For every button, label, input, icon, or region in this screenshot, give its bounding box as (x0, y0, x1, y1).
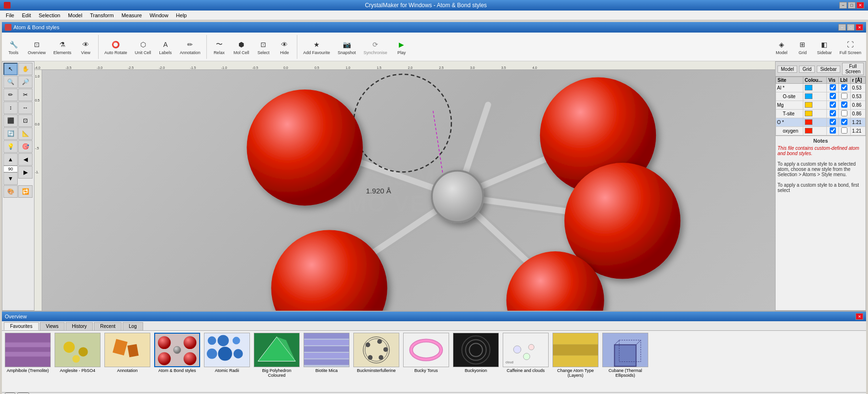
overview-close-button[interactable]: ✕ (856, 313, 863, 320)
arrow-left[interactable]: ◀ (18, 153, 33, 166)
thumbnail-item[interactable]: Biotite Mica (303, 333, 350, 390)
menu-measure[interactable]: Measure (118, 11, 146, 19)
fullscreen-rpanel-btn[interactable]: Full Screen (842, 63, 864, 75)
tool-pencil[interactable]: ✏ (3, 89, 18, 101)
thumbnail-item[interactable]: Anglesite - PbSO4 (54, 333, 101, 390)
toolbar-mol-cell[interactable]: ⬢ Mol Cell (231, 38, 252, 56)
lbl-cell[interactable] (838, 110, 850, 118)
lbl-checkbox[interactable] (841, 84, 847, 90)
toolbar-select[interactable]: ⊡ Select (254, 38, 273, 56)
sidebar-rpanel-btn[interactable]: Sidebar (817, 66, 840, 73)
color-cell[interactable] (803, 127, 826, 135)
color-cell[interactable] (803, 110, 826, 118)
rotate-down[interactable]: ▼ (3, 172, 18, 185)
tool-light[interactable]: 💡 (3, 140, 18, 153)
toolbar-snapshot[interactable]: 📷 Snapshot (335, 38, 359, 56)
table-row[interactable]: T-site0.86 (776, 110, 866, 118)
color-cell[interactable] (803, 118, 826, 127)
inner-maximize-button[interactable]: □ (847, 24, 855, 31)
toolbar-grid[interactable]: ⊞ Grid (793, 38, 812, 56)
toolbar-sidebar[interactable]: ◧ Sidebar (814, 38, 834, 56)
vis-cell[interactable] (827, 101, 839, 110)
thumbnail-item[interactable]: Buckyonion (452, 333, 500, 390)
toolbar-labels[interactable]: A Labels (156, 38, 175, 56)
lbl-cell[interactable] (838, 84, 850, 92)
tool-zoom-out[interactable]: 🔎 (18, 76, 33, 88)
tab-favourites[interactable]: Favourites (4, 322, 39, 330)
tab-recent[interactable]: Recent (94, 322, 122, 330)
toolbar-auto-rotate[interactable]: ⭕ Auto Rotate (101, 38, 130, 56)
toolbar-model[interactable]: ◈ Model (772, 38, 791, 56)
thumbnail-item[interactable]: Cubane (Thermal Ellipsoids) (601, 333, 649, 390)
thumbnail-item[interactable]: Atom & Bond styles (153, 333, 201, 390)
menu-help[interactable]: Help (172, 11, 191, 19)
vis-checkbox[interactable] (830, 84, 836, 90)
thumbnail-item[interactable]: Buckminsterfullerine (352, 333, 400, 390)
lbl-checkbox[interactable] (841, 119, 847, 125)
toolbar-annotation[interactable]: ✏ Annotation (177, 38, 203, 56)
vis-checkbox[interactable] (830, 110, 836, 116)
vis-cell[interactable] (827, 127, 839, 135)
toolbar-relax[interactable]: 〜 Relax (210, 38, 229, 56)
tab-history[interactable]: History (66, 322, 93, 330)
grid-rpanel-btn[interactable]: Grid (799, 66, 815, 73)
tab-views[interactable]: Views (40, 322, 65, 330)
tab-log[interactable]: Log (123, 322, 143, 330)
arrow-right[interactable]: ▶ (18, 166, 33, 179)
toolbar-tools[interactable]: 🔧 Tools (4, 38, 23, 56)
table-row[interactable]: O-site0.53 (776, 92, 866, 101)
inner-close-button[interactable]: ✕ (856, 24, 863, 31)
table-row[interactable]: Mg0.86 (776, 101, 866, 110)
maximize-button[interactable]: □ (848, 2, 856, 9)
menu-file[interactable]: File (2, 11, 18, 19)
vis-cell[interactable] (827, 118, 839, 127)
vis-cell[interactable] (827, 92, 839, 101)
toolbar-unit-cell[interactable]: ⬡ Unit Cell (132, 38, 154, 56)
lbl-checkbox[interactable] (841, 127, 847, 134)
menu-transform[interactable]: Transform (86, 11, 118, 19)
rotate-up[interactable]: ▲ (3, 153, 18, 166)
toolbar-full-screen[interactable]: ⛶ Full Screen (836, 38, 864, 56)
inner-minimize-button[interactable]: − (838, 24, 846, 31)
toolbar-hide[interactable]: 👁 Hide (275, 38, 294, 56)
thumbnail-item[interactable]: cloudCaffeine and clouds (502, 333, 550, 390)
color-cell[interactable] (803, 92, 826, 101)
menu-model[interactable]: Model (64, 11, 86, 19)
lbl-checkbox[interactable] (841, 93, 847, 99)
model-rpanel-btn[interactable]: Model (778, 66, 797, 73)
tool-redo[interactable]: 🔁 (18, 185, 33, 198)
tool-rotate[interactable]: 🔄 (3, 127, 18, 140)
lbl-cell[interactable] (838, 127, 850, 135)
toolbar-view[interactable]: 👁 View (76, 38, 95, 56)
tool-select[interactable]: ↖ (3, 63, 18, 75)
lbl-checkbox[interactable] (841, 110, 847, 116)
central-view[interactable]: -4.0 -3.5 -3.0 -2.5 -2.0 -1.5 -1.0 -0.5 … (34, 61, 775, 311)
tool-move[interactable]: ✋ (18, 63, 33, 75)
tool-select-circle[interactable]: ⊡ (18, 114, 33, 127)
toolbar-synchronise[interactable]: ⟳ Synchronise (361, 38, 390, 56)
tool-h-arrow[interactable]: ↔ (18, 101, 33, 114)
tool-scissors[interactable]: ✂ (18, 89, 33, 101)
table-row[interactable]: O *1.21 (776, 118, 866, 127)
tool-measure[interactable]: 📐 (18, 127, 33, 140)
toolbar-elements[interactable]: ⚗ Elements (51, 38, 75, 56)
lbl-checkbox[interactable] (841, 101, 847, 108)
thumbnail-item[interactable]: Bucky Torus (402, 333, 450, 390)
tool-target[interactable]: 🎯 (18, 140, 33, 153)
color-cell[interactable] (803, 101, 826, 110)
toolbar-add-favourite[interactable]: ★ Add Favourite (300, 38, 333, 56)
toolbar-play[interactable]: ▶ Play (392, 38, 411, 56)
table-row[interactable]: Al *0.53 (776, 84, 866, 92)
color-cell[interactable] (803, 84, 826, 92)
vis-checkbox[interactable] (830, 119, 836, 125)
lbl-cell[interactable] (838, 118, 850, 127)
vis-cell[interactable] (827, 110, 839, 118)
vis-cell[interactable] (827, 84, 839, 92)
vis-checkbox[interactable] (830, 93, 836, 99)
menu-edit[interactable]: Edit (18, 11, 35, 19)
tool-color[interactable]: 🎨 (3, 185, 18, 198)
thumbnail-item[interactable]: Big Polyhedron Coloured (253, 333, 301, 390)
menu-selection[interactable]: Selection (35, 11, 64, 19)
lbl-cell[interactable] (838, 92, 850, 101)
thumbnail-item[interactable]: Atomic Radii (203, 333, 251, 390)
